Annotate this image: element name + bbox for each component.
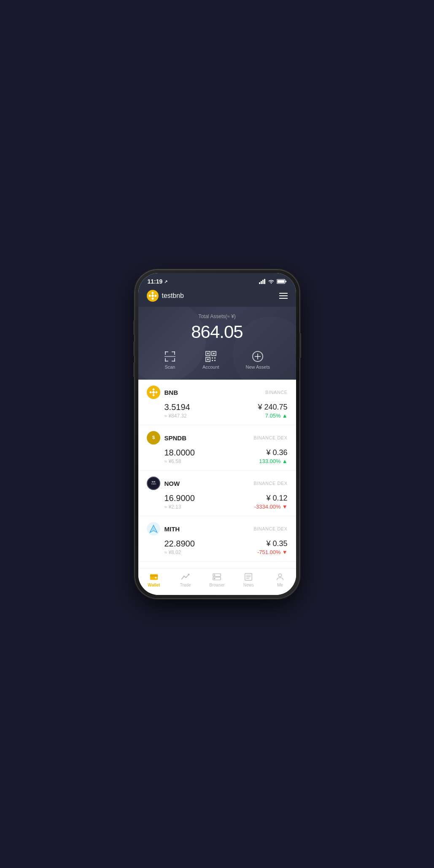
total-assets-value: 864.05: [147, 322, 288, 342]
svg-rect-2: [262, 280, 264, 284]
svg-rect-16: [172, 351, 175, 352]
now-arrow-down: ▼: [282, 504, 288, 510]
now-symbol: NOW: [164, 480, 180, 487]
bnb-price: ¥ 240.75: [258, 403, 287, 412]
svg-rect-7: [277, 280, 284, 283]
spndb-symbol: SPNDB: [164, 434, 187, 442]
svg-rect-14: [165, 351, 168, 352]
svg-rect-39: [152, 394, 155, 396]
mith-price: ¥ 0.35: [257, 539, 288, 548]
mith-cny: ≈ ¥8.02: [164, 549, 195, 555]
nav-browser[interactable]: Browser: [205, 572, 229, 587]
spndb-amount: 18.0000: [164, 448, 195, 458]
svg-rect-22: [164, 356, 175, 357]
bnb-icon: [147, 386, 160, 399]
hero-section: Total Assets(≈ ¥) 864.05: [138, 307, 296, 380]
account-button[interactable]: Account: [202, 351, 219, 370]
svg-rect-24: [207, 353, 209, 354]
signal-icon: [259, 279, 266, 284]
now-cny: ≈ ¥2.13: [164, 504, 195, 510]
svg-rect-0: [259, 282, 260, 284]
trade-icon: [181, 572, 190, 581]
mith-arrow-down: ▼: [282, 549, 288, 555]
qr-icon: [205, 351, 217, 362]
now-exchange: BINANCE DEX: [253, 481, 287, 486]
svg-rect-32: [214, 360, 216, 361]
scan-icon: [164, 351, 176, 362]
scan-button[interactable]: Scan: [164, 351, 176, 370]
news-label: News: [243, 583, 254, 587]
nav-news[interactable]: News: [237, 572, 260, 587]
nav-trade[interactable]: Trade: [174, 572, 197, 587]
bnb-amount: 3.5194: [164, 402, 190, 412]
asset-item-now[interactable]: NOW TOKEN NOW BINANCE DEX 16.9000 ≈ ¥2.1…: [138, 471, 296, 516]
nav-me[interactable]: Me: [269, 572, 292, 587]
svg-rect-37: [152, 388, 155, 391]
news-icon: [244, 572, 253, 581]
svg-rect-57: [246, 575, 251, 575]
svg-rect-21: [172, 361, 175, 362]
status-time: 11:19 ↗: [148, 278, 168, 285]
spndb-exchange: BINANCE DEX: [253, 435, 287, 440]
account-label: Account: [202, 364, 219, 370]
svg-point-60: [278, 574, 281, 577]
svg-rect-58: [246, 576, 251, 577]
svg-rect-17: [174, 351, 175, 355]
asset-item-mith[interactable]: MITH BINANCE DEX 22.8900 ≈ ¥8.02 ¥ 0.35 …: [138, 516, 296, 562]
svg-rect-35: [255, 356, 261, 357]
svg-rect-29: [212, 357, 213, 359]
phone-frame: 11:19 ↗: [135, 270, 299, 598]
bnb-cny: ≈ ¥847.32: [164, 413, 190, 419]
svg-rect-28: [207, 359, 209, 360]
phone-screen: 11:19 ↗: [138, 273, 296, 595]
mith-symbol: MITH: [164, 525, 180, 533]
hamburger-menu[interactable]: [279, 293, 288, 299]
svg-rect-18: [165, 358, 166, 362]
svg-point-33: [253, 351, 263, 362]
svg-rect-3: [264, 279, 265, 284]
browser-icon: [212, 572, 221, 581]
svg-rect-30: [214, 357, 216, 359]
svg-rect-38: [155, 391, 157, 394]
spndb-arrow-up: ▲: [282, 458, 288, 464]
svg-rect-34: [257, 354, 258, 359]
svg-text:TOKEN: TOKEN: [151, 483, 156, 485]
asset-item-bnb[interactable]: BNB Binance 3.5194 ≈ ¥847.32 ¥ 240.75 7.…: [138, 380, 296, 425]
bnb-change: 7.05% ▲: [258, 413, 287, 419]
trade-label: Trade: [180, 583, 191, 587]
now-change: -3334.00% ▼: [254, 504, 288, 510]
svg-rect-20: [174, 358, 175, 362]
spndb-icon: $: [147, 431, 160, 445]
spndb-price: ¥ 0.36: [259, 448, 287, 457]
mith-amount: 22.8900: [164, 539, 195, 549]
now-amount: 16.9000: [164, 493, 195, 503]
bnb-exchange: Binance: [265, 390, 287, 395]
battery-icon: [277, 279, 287, 284]
browser-label: Browser: [209, 583, 225, 587]
svg-point-4: [271, 283, 272, 284]
bnb-symbol: BNB: [164, 389, 178, 396]
scan-label: Scan: [164, 364, 175, 370]
navigation-icon: ↗: [164, 279, 167, 284]
asset-item-spndb[interactable]: $ SPNDB BINANCE DEX 18.0000 ≈ ¥6.58 ¥ 0.…: [138, 425, 296, 471]
me-label: Me: [277, 583, 283, 587]
nav-wallet[interactable]: Wallet: [142, 572, 165, 587]
svg-rect-31: [212, 360, 213, 361]
mith-change: -751.00% ▼: [257, 549, 288, 555]
svg-text:NOW: NOW: [151, 481, 155, 483]
svg-rect-54: [214, 575, 216, 576]
svg-text:$: $: [152, 435, 154, 440]
svg-rect-19: [165, 361, 168, 362]
svg-rect-48: [150, 574, 158, 580]
hero-actions: Scan: [147, 349, 288, 371]
mith-exchange: BINANCE DEX: [253, 526, 287, 531]
time-display: 11:19: [148, 278, 163, 285]
svg-rect-15: [165, 351, 166, 355]
svg-rect-49: [150, 575, 158, 576]
new-assets-button[interactable]: New Assets: [246, 351, 270, 370]
header-left: testbnb: [147, 290, 184, 302]
svg-rect-26: [213, 353, 215, 354]
bottom-nav: Wallet Trade: [138, 568, 296, 595]
app-name: testbnb: [162, 292, 184, 300]
svg-rect-55: [214, 578, 216, 579]
